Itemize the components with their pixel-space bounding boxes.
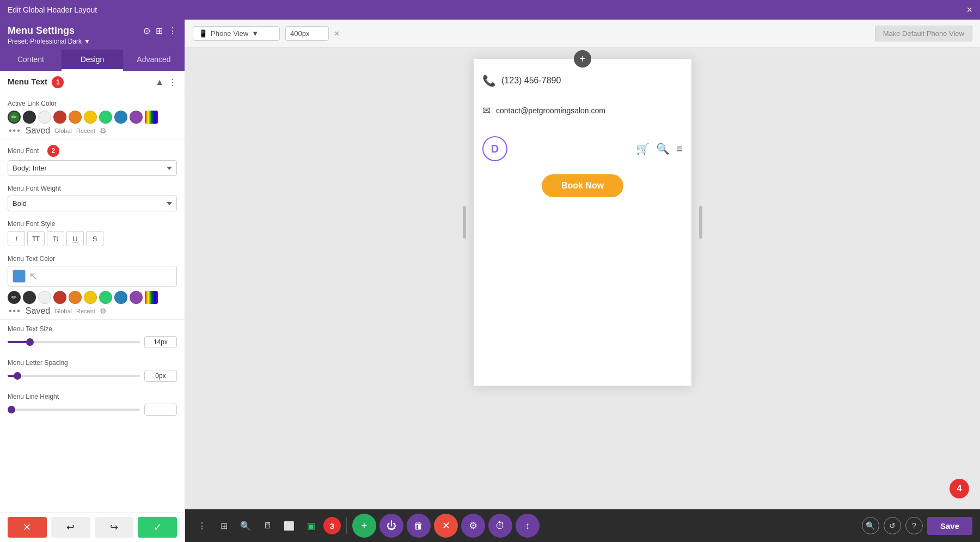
swatch-white-text[interactable] <box>38 291 51 304</box>
swatch-yellow-text[interactable] <box>84 291 97 304</box>
menu-text-color-group: Menu Text Color ↖ ✏ <box>0 249 185 319</box>
redo-button[interactable]: ↪ <box>95 517 134 538</box>
preview-search-icon[interactable]: 🔍 <box>656 142 670 155</box>
menu-font-select[interactable]: Body: Inter <box>8 160 177 176</box>
font-style-strikethrough[interactable]: S <box>86 231 103 246</box>
swatch-red-text[interactable] <box>53 291 66 304</box>
swatch-blue-active[interactable] <box>114 111 127 124</box>
bt-more-icon[interactable]: ⋮ <box>193 516 211 535</box>
menu-font-weight-select[interactable]: Bold <box>8 196 177 211</box>
swatch-purple-active[interactable] <box>130 111 143 124</box>
separator-1 <box>346 517 347 534</box>
close-circle-button[interactable]: ✕ <box>434 514 458 538</box>
close-icon[interactable]: × <box>966 5 972 15</box>
tab-content[interactable]: Content <box>0 50 62 71</box>
badge-2: 2 <box>47 145 59 157</box>
section-toggle[interactable]: ▲ <box>155 77 164 87</box>
preview-cart-icon[interactable]: 🛒 <box>636 142 650 155</box>
dots-active[interactable]: ••• <box>9 126 21 136</box>
preset-chevron[interactable]: ▼ <box>84 38 90 45</box>
bt-tablet-icon[interactable]: ⬜ <box>280 516 298 535</box>
global-label-text[interactable]: Global <box>54 308 72 314</box>
recent-label-active[interactable]: Recent <box>76 127 95 134</box>
menu-letter-spacing-label: Menu Letter Spacing <box>8 359 177 367</box>
preview-nav-icons: 🛒 🔍 ≡ <box>636 142 683 155</box>
active-link-color-swatches: ✏ <box>8 111 177 124</box>
right-side-icons: 🔍 ↺ ? Save <box>862 517 972 535</box>
color-picker-strip-active[interactable] <box>145 111 158 124</box>
tab-design[interactable]: Design <box>62 50 123 71</box>
resize-handle-left[interactable] <box>463 206 466 239</box>
bt-phone-icon[interactable]: ▣ <box>302 516 320 535</box>
swatch-green-text[interactable] <box>99 291 112 304</box>
text-color-area[interactable]: ↖ <box>8 266 177 287</box>
layout-icon[interactable]: ⊞ <box>156 26 163 36</box>
bt-search-icon[interactable]: 🔍 <box>236 516 255 535</box>
make-default-button[interactable]: Make Default Phone View <box>875 26 972 41</box>
more-icon[interactable]: ⋮ <box>168 26 177 36</box>
px-close-icon[interactable]: × <box>334 29 339 39</box>
delete-circle-button[interactable]: 🗑 <box>407 514 431 538</box>
search-side-icon[interactable]: 🔍 <box>862 517 879 534</box>
arrows-circle-button[interactable]: ↕ <box>516 514 540 538</box>
swatch-pencil-text[interactable]: ✏ <box>8 291 21 304</box>
refresh-side-icon[interactable]: ↺ <box>884 517 901 534</box>
history-circle-button[interactable]: ⏱ <box>488 514 512 538</box>
swatch-orange-active[interactable] <box>69 111 82 124</box>
swatch-purple-text[interactable] <box>130 291 143 304</box>
menu-line-height-value[interactable] <box>144 404 177 416</box>
help-side-icon[interactable]: ? <box>905 517 923 534</box>
power-circle-button[interactable]: ⏻ <box>379 514 403 538</box>
gear-icon-active[interactable]: ⚙ <box>100 126 107 135</box>
font-style-capitalize[interactable]: Tt <box>47 231 64 246</box>
bt-grid-icon[interactable]: ⊞ <box>215 516 233 535</box>
swatch-green-active[interactable] <box>99 111 112 124</box>
preview-plus-button[interactable]: + <box>574 50 591 68</box>
menu-line-height-slider[interactable] <box>8 409 140 411</box>
menu-text-size-value[interactable] <box>144 336 177 348</box>
resize-handle-right[interactable] <box>699 206 702 239</box>
swatch-blue-text[interactable] <box>114 291 127 304</box>
dots-text[interactable]: ••• <box>9 306 21 316</box>
font-style-uppercase[interactable]: TT <box>27 231 45 246</box>
view-selector[interactable]: 📱 Phone View ▼ <box>193 26 280 41</box>
saved-label-active: Saved <box>26 126 50 136</box>
settings-circle-button[interactable]: ⚙ <box>461 514 485 538</box>
window-icon[interactable]: ⊙ <box>143 26 150 36</box>
badge-4: 4 <box>950 479 969 498</box>
preview-menu-icon[interactable]: ≡ <box>676 143 683 155</box>
menu-letter-spacing-slider[interactable] <box>8 375 140 377</box>
cancel-button[interactable]: ✕ <box>8 517 47 538</box>
px-input[interactable] <box>285 26 329 41</box>
confirm-button[interactable]: ✓ <box>138 517 177 538</box>
bt-desktop-icon[interactable]: 🖥 <box>258 516 277 535</box>
menu-text-size-slider[interactable] <box>8 341 140 343</box>
font-style-italic[interactable]: I <box>8 231 25 246</box>
swatch-orange-text[interactable] <box>69 291 82 304</box>
menu-text-color-label: Menu Text Color <box>8 255 177 263</box>
swatch-yellow-active[interactable] <box>84 111 97 124</box>
gear-icon-text[interactable]: ⚙ <box>100 307 107 315</box>
tab-advanced[interactable]: Advanced <box>123 50 185 71</box>
section-menu-icon[interactable]: ⋮ <box>168 77 177 88</box>
phone-view-icon: 📱 <box>199 29 207 38</box>
save-button[interactable]: Save <box>927 517 972 535</box>
swatch-black-text[interactable] <box>23 291 36 304</box>
swatch-black-active[interactable] <box>23 111 36 124</box>
recent-label-text[interactable]: Recent <box>76 308 95 314</box>
menu-letter-spacing-value[interactable] <box>144 370 177 382</box>
swatch-pencil-active[interactable]: ✏ <box>8 111 21 124</box>
undo-button[interactable]: ↩ <box>51 517 90 538</box>
swatch-white-active[interactable] <box>38 111 51 124</box>
color-picker-strip-text[interactable] <box>145 291 158 304</box>
swatch-red-active[interactable] <box>53 111 66 124</box>
menu-font-style-label: Menu Font Style <box>8 220 177 228</box>
font-style-underline[interactable]: U <box>66 231 84 246</box>
global-label-active[interactable]: Global <box>54 127 72 134</box>
add-circle-button[interactable]: + <box>352 514 376 538</box>
menu-text-size-label: Menu Text Size <box>8 325 177 333</box>
canvas-toolbar: 📱 Phone View ▼ × Make Default Phone View <box>185 20 980 48</box>
top-bar-title: Edit Global Header Layout <box>8 5 97 14</box>
menu-font-weight-group: Menu Font Weight Bold <box>0 179 185 215</box>
preview-book-now-button[interactable]: Book Now <box>542 174 623 197</box>
